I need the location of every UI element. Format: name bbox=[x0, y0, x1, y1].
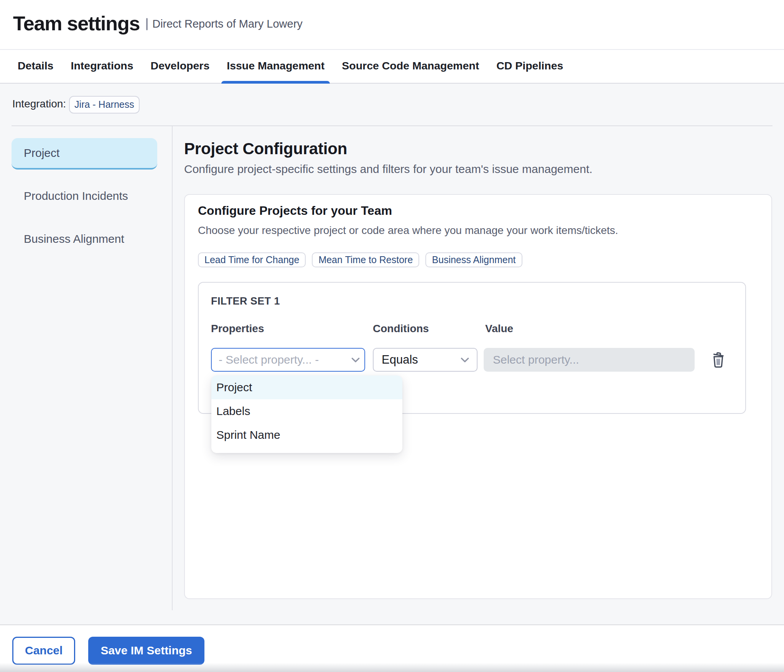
conditions-column-label: Conditions bbox=[373, 323, 478, 335]
dropdown-option-project[interactable]: Project bbox=[211, 376, 402, 399]
tab-label: Details bbox=[18, 59, 53, 72]
card-description: Choose your respective project or code a… bbox=[198, 224, 758, 237]
integration-row: Integration: Jira - Harness bbox=[0, 84, 784, 125]
tab-developers[interactable]: Developers bbox=[145, 50, 215, 83]
tab-issue-management[interactable]: Issue Management bbox=[221, 50, 330, 83]
filter-grid: Properties Conditions Value - Select pro… bbox=[211, 323, 733, 372]
page-header: Team settings Direct Reports of Mary Low… bbox=[0, 0, 784, 49]
chevron-down-icon bbox=[351, 357, 360, 363]
page-subtitle: Direct Reports of Mary Lowery bbox=[152, 18, 303, 30]
settings-body: Integration: Jira - Harness Project Prod… bbox=[0, 84, 784, 624]
tab-label: Issue Management bbox=[227, 59, 324, 72]
delete-filter-button[interactable] bbox=[712, 348, 733, 372]
settings-sidebar: Project Production Incidents Business Al… bbox=[12, 126, 173, 610]
integration-label: Integration: bbox=[12, 98, 66, 110]
sidebar-item-business-alignment[interactable]: Business Alignment bbox=[12, 224, 157, 254]
value-input[interactable]: Select property... bbox=[484, 348, 695, 372]
value-column-label: Value bbox=[485, 323, 696, 335]
tab-integrations[interactable]: Integrations bbox=[65, 50, 138, 83]
integration-chip[interactable]: Jira - Harness bbox=[69, 96, 140, 114]
filter-set-title: FILTER SET 1 bbox=[211, 295, 733, 307]
tab-cd-pipelines[interactable]: CD Pipelines bbox=[491, 50, 568, 83]
property-select-placeholder: - Select property... - bbox=[219, 353, 319, 366]
team-settings-page: Team settings Direct Reports of Mary Low… bbox=[0, 0, 784, 672]
tab-label: Developers bbox=[151, 59, 210, 72]
sidebar-item-label: Business Alignment bbox=[24, 232, 124, 245]
tab-label: CD Pipelines bbox=[496, 59, 563, 72]
configure-projects-card: Configure Projects for your Team Choose … bbox=[184, 194, 772, 599]
panel-description: Configure project-specific settings and … bbox=[184, 163, 772, 176]
save-im-settings-button[interactable]: Save IM Settings bbox=[88, 637, 204, 665]
sidebar-item-label: Production Incidents bbox=[24, 189, 128, 203]
chip-lead-time-for-change[interactable]: Lead Time for Change bbox=[198, 252, 306, 267]
tab-details[interactable]: Details bbox=[12, 50, 59, 83]
dropdown-option-sprint-name[interactable]: Sprint Name bbox=[211, 423, 402, 447]
tab-bar: Details Integrations Developers Issue Ma… bbox=[0, 49, 784, 84]
value-input-placeholder: Select property... bbox=[493, 353, 579, 366]
cancel-button[interactable]: Cancel bbox=[12, 637, 75, 665]
footer-bar: Cancel Save IM Settings bbox=[0, 624, 784, 672]
filter-set-box: FILTER SET 1 Properties Conditions Value… bbox=[198, 282, 746, 414]
sidebar-item-production-incidents[interactable]: Production Incidents bbox=[12, 181, 157, 211]
title-separator bbox=[146, 18, 148, 30]
active-tab-underline bbox=[221, 81, 330, 84]
sidebar-item-project[interactable]: Project bbox=[12, 138, 157, 170]
card-title: Configure Projects for your Team bbox=[198, 204, 758, 218]
project-configuration-panel: Project Configuration Configure project-… bbox=[173, 126, 772, 610]
condition-select[interactable]: Equals bbox=[373, 348, 478, 372]
tab-source-code-management[interactable]: Source Code Management bbox=[336, 50, 484, 83]
trash-icon bbox=[712, 351, 724, 368]
panel-title: Project Configuration bbox=[184, 140, 772, 158]
property-select[interactable]: - Select property... - bbox=[211, 348, 365, 372]
dropdown-option-labels[interactable]: Labels bbox=[211, 399, 402, 423]
chevron-down-icon bbox=[461, 357, 469, 363]
properties-column-label: Properties bbox=[211, 323, 365, 335]
condition-select-value: Equals bbox=[382, 353, 418, 367]
sidebar-item-label: Project bbox=[24, 147, 59, 160]
property-dropdown: Project Labels Sprint Name bbox=[211, 376, 402, 453]
content-area: Project Production Incidents Business Al… bbox=[12, 125, 772, 610]
page-title: Team settings bbox=[13, 12, 140, 35]
chip-business-alignment[interactable]: Business Alignment bbox=[425, 252, 522, 267]
metric-chips: Lead Time for Change Mean Time to Restor… bbox=[198, 252, 758, 267]
tab-label: Source Code Management bbox=[342, 59, 479, 72]
tab-label: Integrations bbox=[71, 59, 133, 72]
chip-mean-time-to-restore[interactable]: Mean Time to Restore bbox=[312, 252, 419, 267]
